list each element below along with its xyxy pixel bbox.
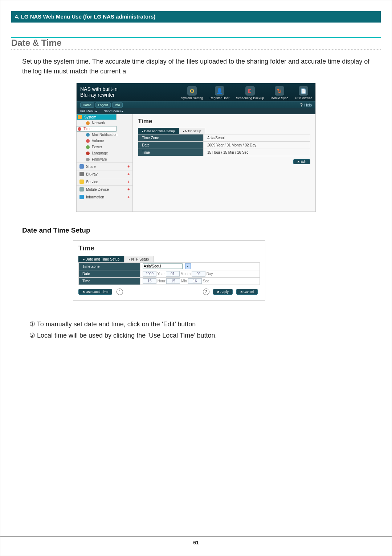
year-label: Year bbox=[158, 272, 165, 276]
sidebar-cat-mobile-device[interactable]: Mobile Device+ bbox=[77, 185, 132, 193]
tab-ntp-setup[interactable]: NTP Setup bbox=[179, 128, 205, 134]
day-input[interactable] bbox=[192, 271, 205, 277]
sidebar-item-language[interactable]: Language bbox=[77, 150, 132, 156]
sidebar-item-volume[interactable]: Volume bbox=[77, 138, 132, 144]
chapter-header: 4. LG NAS Web Menu Use (for LG NAS admin… bbox=[11, 11, 381, 23]
sidebar-cat-share[interactable]: Share+ bbox=[77, 162, 132, 170]
tz-label: Time Zone bbox=[79, 263, 140, 270]
list-text-2: Local time will be used by clicking the … bbox=[37, 332, 217, 339]
min-input[interactable] bbox=[166, 278, 180, 284]
edit-button[interactable]: Edit bbox=[293, 159, 310, 164]
info-button[interactable]: Info bbox=[112, 102, 123, 108]
month-input[interactable] bbox=[166, 271, 180, 277]
sidebar-item-time[interactable]: Time bbox=[77, 126, 117, 132]
tab-ntp-setup[interactable]: NTP Setup bbox=[124, 256, 154, 262]
tz-value: Asia/Seoul bbox=[204, 134, 310, 142]
sec-input[interactable] bbox=[188, 278, 202, 284]
time-label: Time bbox=[79, 278, 140, 285]
time-info-table: Time Zone Asia/Seoul Date 2009 Year / 01… bbox=[138, 134, 310, 156]
chapter-title: 4. LG NAS Web Menu Use (for LG NAS admin… bbox=[15, 13, 155, 20]
short-menu-toggle[interactable]: Short Menu ▸ bbox=[104, 109, 123, 113]
ftp-viewer-icon[interactable]: FTP Viewer bbox=[295, 86, 312, 100]
sidebar-cat-service[interactable]: Service+ bbox=[77, 178, 132, 185]
date-label: Date bbox=[79, 270, 140, 278]
date-value: 2009 Year / 01 Month / 02 Day bbox=[204, 142, 310, 149]
sidebar-item-mail-notification[interactable]: Mail Notification bbox=[77, 132, 132, 138]
sec-label: Sec bbox=[203, 279, 209, 283]
admin-ui-screenshot: NAS with built-in Blu-ray rewriter Syste… bbox=[76, 83, 316, 212]
year-input[interactable] bbox=[143, 271, 156, 277]
edit-form-screenshot: Time Date and Time Setup NTP Setup Time … bbox=[73, 240, 265, 301]
list-text-1: To manually set date and time, click on … bbox=[37, 321, 196, 328]
logout-button[interactable]: Logout bbox=[95, 102, 111, 108]
register-user-icon[interactable]: Register User bbox=[209, 86, 229, 100]
sidebar-cat-information[interactable]: Information+ bbox=[77, 193, 132, 201]
product-name: NAS with built-in Blu-ray rewriter bbox=[80, 86, 118, 98]
list-item: ① To manually set date and time, click o… bbox=[29, 319, 381, 330]
instruction-list: ① To manually set date and time, click o… bbox=[29, 319, 381, 341]
page-title: Date & Time bbox=[11, 38, 381, 50]
sidebar-item-power[interactable]: Power bbox=[77, 144, 132, 150]
day-label: Day bbox=[207, 272, 213, 276]
tab-date-time-setup[interactable]: Date and Time Setup bbox=[138, 128, 179, 134]
list-number-1: ① bbox=[29, 321, 35, 328]
month-label: Month bbox=[180, 272, 191, 276]
form-heading: Time bbox=[78, 244, 260, 252]
page-footer: 61 bbox=[0, 536, 392, 545]
intro-text: Set up the system time. The accurate tim… bbox=[22, 57, 378, 76]
hour-input[interactable] bbox=[143, 278, 156, 284]
date-label: Date bbox=[138, 142, 204, 149]
sidebar-cat-system[interactable]: System– bbox=[77, 114, 117, 120]
help-link[interactable]: Help bbox=[299, 103, 312, 107]
time-label: Time bbox=[138, 149, 204, 156]
apply-button[interactable]: Apply bbox=[213, 289, 233, 295]
scheduling-backup-icon[interactable]: Scheduling Backup bbox=[236, 86, 264, 100]
list-item: ② Local time will be used by clicking th… bbox=[29, 330, 381, 341]
subsection-heading: Date and Time Setup bbox=[22, 226, 381, 234]
list-number-2: ② bbox=[29, 332, 35, 339]
full-menu-toggle[interactable]: Full Menu ▸ bbox=[80, 109, 97, 113]
time-edit-table: Time Zone ▾ Date Year Month Day bbox=[78, 262, 260, 285]
sidebar-item-network[interactable]: Network bbox=[77, 120, 132, 126]
system-setting-icon[interactable]: System Setting bbox=[181, 86, 203, 100]
callout-1: 1 bbox=[117, 289, 123, 295]
tab-date-time-setup[interactable]: Date and Time Setup bbox=[78, 256, 124, 262]
hour-label: Hour bbox=[158, 279, 166, 283]
use-local-time-button[interactable]: Use Local Time bbox=[78, 289, 112, 295]
content-heading: Time bbox=[138, 118, 310, 125]
home-button[interactable]: Home bbox=[80, 102, 94, 108]
sidebar-item-firmware[interactable]: Firmware bbox=[77, 156, 132, 162]
sidebar: System– Network Time Mail Notification V… bbox=[77, 114, 133, 211]
min-label: Min bbox=[181, 279, 187, 283]
timezone-select[interactable] bbox=[143, 263, 183, 269]
sidebar-cat-bluray[interactable]: Blu-ray+ bbox=[77, 170, 132, 178]
time-value: 15 Hour / 15 Min / 16 Sec bbox=[204, 149, 310, 156]
chevron-down-icon[interactable]: ▾ bbox=[185, 263, 191, 269]
page-number: 61 bbox=[193, 540, 199, 545]
mobile-sync-icon[interactable]: Mobile Sync bbox=[270, 86, 288, 100]
tz-label: Time Zone bbox=[138, 134, 204, 142]
cancel-button[interactable]: Cancel bbox=[236, 289, 258, 295]
callout-2: 2 bbox=[203, 289, 209, 295]
